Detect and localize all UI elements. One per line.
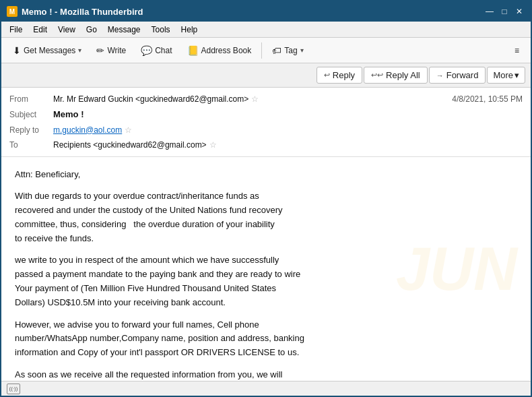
app-icon: M [7, 6, 18, 17]
tag-icon: 🏷 [272, 45, 281, 56]
window-controls: — □ ✕ [484, 5, 525, 18]
email-header: From Mr. Mr Edward Guckin <guckinedward6… [1, 88, 531, 157]
reply-all-label: Reply All [386, 70, 420, 80]
menu-view[interactable]: View [53, 24, 81, 36]
titlebar-left: M Memo ! - Mozilla Thunderbird [7, 6, 143, 17]
reply-to-label: Reply to [9, 124, 53, 136]
reply-button[interactable]: ↩ Reply [317, 67, 362, 84]
body-paragraph-4: However, we advise you to forward your f… [15, 318, 517, 360]
menu-edit[interactable]: Edit [28, 24, 53, 36]
to-row: To Recipients <guckinedward62@gmail.com>… [9, 138, 523, 152]
write-button[interactable]: ✏ Write [90, 42, 132, 59]
body-paragraph-1: Attn: Beneficiary, [15, 168, 517, 182]
forward-label: Forward [446, 70, 479, 80]
wifi-status-icon: ((·)) [7, 384, 20, 394]
tag-label: Tag [284, 46, 297, 55]
menu-icon: ≡ [514, 46, 519, 55]
menu-message[interactable]: Message [102, 24, 146, 36]
to-star-icon[interactable]: ☆ [209, 139, 217, 151]
from-label: From [9, 93, 53, 105]
titlebar: M Memo ! - Mozilla Thunderbird — □ ✕ [1, 1, 531, 22]
write-icon: ✏ [96, 45, 104, 56]
chat-icon: 💬 [141, 45, 152, 56]
reply-to-value[interactable]: m.guckin@aol.com [53, 124, 122, 136]
menu-go[interactable]: Go [81, 24, 102, 36]
address-book-icon: 📒 [187, 45, 199, 56]
chat-button[interactable]: 💬 Chat [135, 42, 178, 59]
menu-file[interactable]: File [4, 24, 28, 36]
body-paragraph-2: With due regards to your overdue contrac… [15, 189, 517, 245]
address-book-label: Address Book [201, 46, 252, 55]
write-label: Write [107, 46, 126, 55]
main-window: M Memo ! - Mozilla Thunderbird — □ ✕ Fil… [0, 0, 532, 397]
reply-all-button[interactable]: ↩↩ Reply All [364, 67, 428, 84]
reply-icon: ↩ [324, 71, 330, 80]
to-value: Recipients <guckinedward62@gmail.com> [53, 139, 207, 151]
tag-button[interactable]: 🏷 Tag ▾ [266, 42, 309, 59]
reply-to-row: Reply to m.guckin@aol.com ☆ [9, 123, 523, 138]
menubar: File Edit View Go Message Tools Help [1, 22, 531, 38]
subject-value: Memo ! [53, 108, 84, 121]
get-messages-button[interactable]: ⬇ Get Messages ▾ [7, 42, 88, 59]
more-dropdown-icon: ▾ [514, 70, 519, 80]
menu-help[interactable]: Help [176, 24, 203, 36]
email-body: JUN Attn: Beneficiary, With due regards … [1, 157, 531, 381]
from-star-icon[interactable]: ☆ [251, 93, 259, 105]
more-button[interactable]: More ▾ [487, 67, 525, 84]
reply-label: Reply [333, 70, 355, 80]
get-messages-label: Get Messages [24, 46, 75, 55]
action-toolbar: ↩ Reply ↩↩ Reply All → Forward More ▾ [1, 63, 531, 88]
reply-all-icon: ↩↩ [371, 71, 383, 80]
email-date: 4/8/2021, 10:55 PM [452, 93, 523, 105]
forward-button[interactable]: → Forward [429, 67, 486, 84]
window-title: Memo ! - Mozilla Thunderbird [22, 7, 143, 17]
subject-row: Subject Memo ! [9, 106, 523, 123]
chat-label: Chat [155, 46, 172, 55]
body-paragraph-5: As soon as we receive all the requested … [15, 368, 517, 381]
to-label: To [9, 139, 53, 151]
reply-to-star-icon[interactable]: ☆ [125, 124, 132, 136]
more-label: More [493, 70, 513, 80]
tag-dropdown-icon: ▾ [300, 47, 304, 54]
minimize-button[interactable]: — [484, 5, 496, 18]
body-paragraph-3: we write to you in respect of the amount… [15, 253, 517, 309]
maximize-button[interactable]: □ [498, 5, 510, 18]
toolbar-separator [261, 42, 262, 59]
get-messages-icon: ⬇ [13, 45, 21, 56]
forward-icon: → [436, 71, 444, 80]
subject-label: Subject [9, 109, 53, 121]
from-row: From Mr. Mr Edward Guckin <guckinedward6… [9, 92, 523, 106]
get-messages-dropdown-icon: ▾ [78, 47, 81, 54]
close-button[interactable]: ✕ [513, 5, 525, 18]
toolbar: ⬇ Get Messages ▾ ✏ Write 💬 Chat 📒 Addres… [1, 38, 531, 63]
address-book-button[interactable]: 📒 Address Book [181, 42, 258, 59]
menu-tools[interactable]: Tools [146, 24, 176, 36]
body-content: Attn: Beneficiary, With due regards to y… [15, 168, 517, 381]
menu-button[interactable]: ≡ [508, 42, 525, 59]
statusbar: ((·)) [1, 381, 531, 396]
from-value: Mr. Mr Edward Guckin <guckinedward62@gma… [53, 93, 248, 105]
